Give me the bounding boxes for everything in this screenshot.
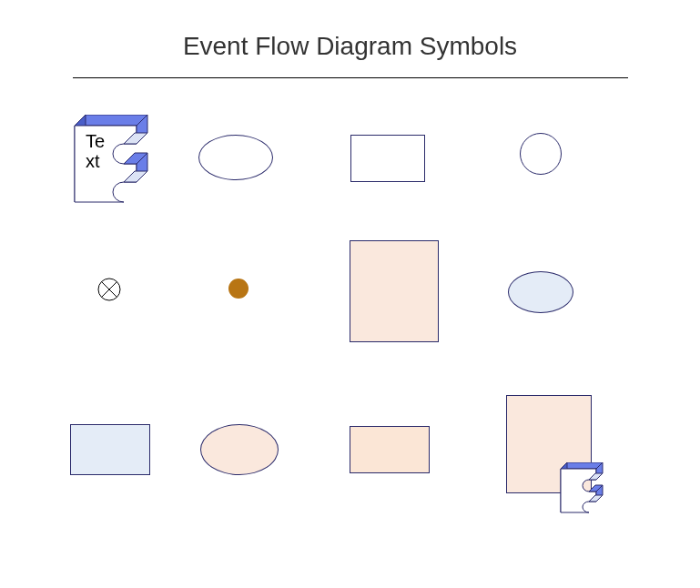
symbol-ellipse-lightblue bbox=[508, 271, 573, 313]
symbol-filled-dot bbox=[228, 279, 249, 299]
symbol-3d-e-small bbox=[559, 462, 606, 519]
symbol-rectangle-outline bbox=[350, 135, 425, 182]
symbol-circle-x bbox=[96, 277, 122, 306]
symbols-grid: Te xt bbox=[0, 78, 700, 552]
symbol-rectangle-lightblue bbox=[70, 424, 150, 475]
symbol-rectangle-with-e bbox=[506, 395, 592, 493]
e3d-text-label: Te xt bbox=[86, 131, 105, 171]
symbol-rectangle-peach bbox=[350, 426, 430, 473]
diagram-title: Event Flow Diagram Symbols bbox=[0, 0, 700, 61]
symbol-ellipse-outline bbox=[198, 135, 273, 180]
symbol-circle-outline bbox=[520, 133, 562, 175]
symbol-rectangle-peach-large bbox=[350, 240, 439, 342]
symbol-ellipse-peach bbox=[200, 424, 279, 475]
symbol-3d-e-large: Te xt bbox=[73, 115, 155, 209]
